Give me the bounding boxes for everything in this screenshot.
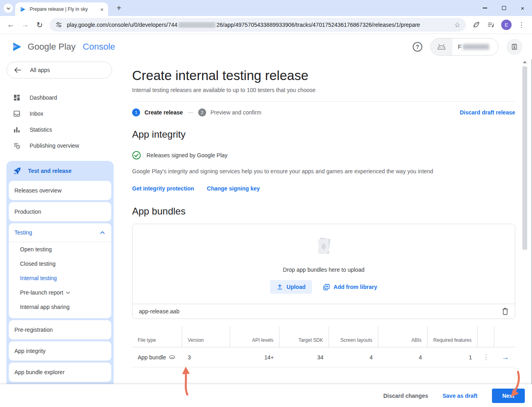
chevron-down-icon <box>6 6 11 11</box>
app-integrity-label: App integrity <box>14 348 46 354</box>
column-header-open <box>494 326 515 347</box>
sidebar-item-publishing-overview[interactable]: Publishing overview <box>0 138 120 154</box>
account-badge-button[interactable] <box>506 39 522 55</box>
play-logo-icon <box>12 42 22 52</box>
scrollbar-thumb[interactable] <box>522 66 527 250</box>
next-button[interactable]: Next <box>492 389 525 403</box>
window-close-button[interactable]: × <box>513 0 532 16</box>
internal-testing-label: Internal testing <box>20 275 57 281</box>
sidebar-item-label: Inbox <box>30 110 43 117</box>
browser-profile-avatar[interactable]: E <box>501 20 512 30</box>
column-header-screen-layouts: Screen layouts <box>329 326 378 347</box>
upload-button[interactable]: Upload <box>270 280 312 294</box>
new-tab-button[interactable]: + <box>114 3 124 14</box>
redacted-app-name <box>463 44 489 50</box>
row-menu-icon[interactable]: ⋮ <box>478 347 494 367</box>
sidebar-item-statistics[interactable]: Statistics <box>0 122 120 138</box>
google-play-console-logo[interactable]: Google Play Console <box>12 42 115 52</box>
tab-search-button[interactable] <box>4 4 13 13</box>
add-from-library-label: Add from library <box>333 284 377 290</box>
discard-changes-button[interactable]: Discard changes <box>383 393 428 399</box>
step-create-release: 1 Create release <box>132 108 183 116</box>
window-maximize-button[interactable] <box>494 0 513 16</box>
url-bar[interactable]: play.google.com/console/u/0/developers/7… <box>50 18 466 32</box>
sidebar: All apps Dashboard Inbox Statistics Publ… <box>0 59 120 407</box>
sidebar-item-inbox[interactable]: Inbox <box>0 106 120 122</box>
page-subtitle: Internal testing releases are available … <box>132 87 515 93</box>
discard-draft-release-link[interactable]: Discard draft release <box>460 109 515 116</box>
site-info-icon[interactable] <box>55 21 62 28</box>
reload-button[interactable]: ↻ <box>33 18 46 32</box>
sidebar-item-open-testing[interactable]: Open testing <box>9 242 111 257</box>
chevron-up-icon <box>100 231 105 234</box>
cell-screen-layouts: 4 <box>329 347 378 367</box>
cell-required-features: 1 <box>428 347 478 367</box>
rocket-icon <box>13 166 22 175</box>
uploaded-file-row: app-release.aab <box>132 304 515 319</box>
main-content: Create internal testing release Internal… <box>120 59 532 384</box>
minimize-icon <box>483 8 487 8</box>
bundle-details-table: File type Version API levels Target SDK … <box>132 326 515 367</box>
page-title: Create internal testing release <box>132 68 515 83</box>
column-header-actions <box>478 326 494 347</box>
app-bundles-card: Drop app bundles here to upload Upload <box>132 224 515 319</box>
tab-title: Prepare release | Fly in sky <box>30 6 95 12</box>
change-signing-key-link[interactable]: Change signing key <box>207 185 260 192</box>
logo-text-google-play: Google Play <box>28 42 76 52</box>
file-name: app-release.aab <box>139 308 179 315</box>
back-button[interactable]: ← <box>4 18 18 32</box>
cell-abis: 4 <box>378 347 428 367</box>
integrity-description: Google Play's integrity and signing serv… <box>132 168 515 174</box>
all-apps-label: All apps <box>30 67 50 73</box>
row-open-arrow-icon[interactable]: → <box>494 347 515 367</box>
bundle-drop-zone[interactable]: Drop app bundles here to upload Upload <box>132 224 515 304</box>
sidebar-item-test-and-release[interactable]: Test and release <box>6 161 114 181</box>
sidebar-item-pre-registration[interactable]: Pre-registration <box>9 320 111 339</box>
scrollbar <box>522 60 528 384</box>
bookmark-star-icon[interactable]: ☆ <box>454 21 460 29</box>
sidebar-item-app-integrity[interactable]: App integrity <box>9 341 111 361</box>
app-selector[interactable]: F <box>430 38 498 56</box>
sidebar-item-releases-overview[interactable]: Releases overview <box>9 181 111 200</box>
all-apps-button[interactable]: All apps <box>6 62 112 78</box>
sidebar-item-internal-testing[interactable]: Internal testing <box>9 271 111 285</box>
dashboard-icon <box>13 94 21 102</box>
save-as-draft-button[interactable]: Save as draft <box>442 393 477 399</box>
sidebar-item-closed-testing[interactable]: Closed testing <box>9 257 111 271</box>
performance-leaf-icon[interactable] <box>472 21 480 29</box>
sidebar-item-production[interactable]: Production <box>9 202 111 221</box>
column-header-version: Version <box>182 326 230 347</box>
toolbar-extensions: E ⋮ <box>469 20 528 30</box>
tab-close-icon[interactable]: × <box>99 6 105 13</box>
play-console-favicon <box>20 6 26 12</box>
sidebar-item-testing[interactable]: Testing <box>9 223 111 242</box>
browser-menu-icon[interactable]: ⋮ <box>518 21 525 29</box>
footer-action-bar: Discard changes Save as draft Next <box>0 384 532 407</box>
sidebar-item-app-bundle-explorer[interactable]: App bundle explorer <box>9 363 111 382</box>
help-icon[interactable]: ? <box>413 42 422 52</box>
window-minimize-button[interactable] <box>476 0 494 16</box>
cell-target-sdk: 34 <box>279 347 329 367</box>
column-header-file-type: File type <box>132 326 182 347</box>
scroll-up-arrow-icon[interactable] <box>523 61 527 63</box>
cell-api-levels: 14+ <box>230 347 279 367</box>
sidebar-item-label: Publishing overview <box>30 142 79 149</box>
sidebar-item-label: Dashboard <box>30 94 57 101</box>
delete-file-button[interactable] <box>502 308 508 315</box>
sidebar-item-internal-app-sharing[interactable]: Internal app sharing <box>9 300 111 314</box>
get-integrity-protection-link[interactable]: Get integrity protection <box>132 185 194 192</box>
id-badge-icon <box>511 43 518 50</box>
add-from-library-button[interactable]: Add from library <box>323 284 377 291</box>
url-text: play.google.com/console/u/0/developers/7… <box>67 22 450 28</box>
url-prefix: play.google.com/console/u/0/developers/7… <box>67 22 177 28</box>
releases-overview-label: Releases overview <box>14 187 62 194</box>
sidebar-item-pre-launch-report[interactable]: Pre-launch report <box>9 285 111 300</box>
media-playlist-icon[interactable] <box>487 21 495 29</box>
sidebar-item-dashboard[interactable]: Dashboard <box>0 90 120 106</box>
signed-status-text: Releases signed by Google Play <box>147 152 227 158</box>
browser-tab[interactable]: Prepare release | Fly in sky × <box>15 2 108 16</box>
forward-button[interactable]: → <box>18 18 32 32</box>
column-header-target-sdk: Target SDK <box>279 326 329 347</box>
cell-version: 3 <box>182 347 230 367</box>
console-header: Google Play Console ? F <box>0 34 532 59</box>
